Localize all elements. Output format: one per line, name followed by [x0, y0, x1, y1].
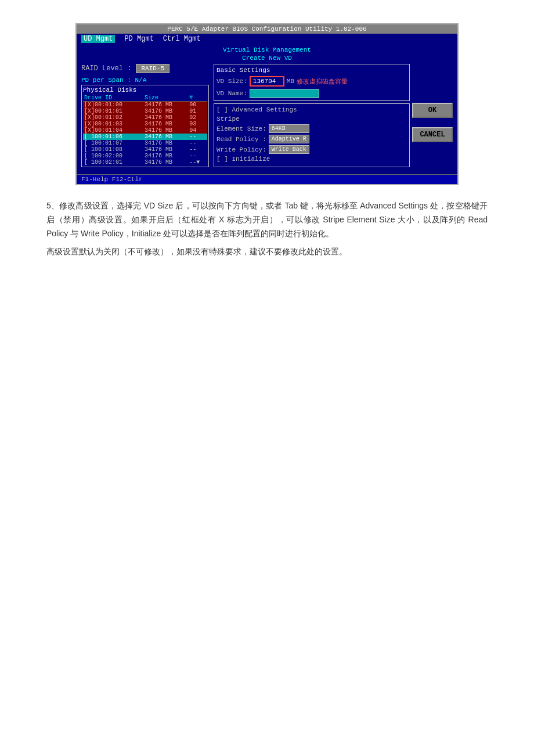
- menu-item-ctrl-mgmt[interactable]: Ctrl Mgmt: [163, 35, 201, 43]
- vd-size-label: VD Size:: [217, 78, 247, 85]
- col-size: Size: [143, 95, 188, 102]
- drive-num: --: [188, 153, 207, 159]
- drive-size: 34176 MB: [143, 159, 188, 165]
- bios-screenshot: PERC 5/E Adapter BIOS Configuration Util…: [75, 23, 459, 185]
- drive-num: --▼: [188, 159, 207, 165]
- read-policy-label: Read Policy :: [217, 136, 266, 143]
- drive-id: [ 100:01:06: [83, 134, 143, 140]
- description-paragraph-1: 5、修改高级设置，选择完 VD Size 后，可以按向下方向键，或者 Tab 键…: [46, 199, 488, 240]
- drive-id: [ 100:01:07: [83, 140, 143, 146]
- bios-screen: PERC 5/E Adapter BIOS Configuration Util…: [77, 24, 457, 184]
- table-row[interactable]: [X]00:01:02 34176 MB 02: [83, 114, 207, 121]
- drive-id: [X]00:01:04: [83, 127, 143, 134]
- advanced-settings-box: [ ] Advanced Settings Stripe Element Siz…: [214, 103, 410, 167]
- table-row[interactable]: [X]00:01:00 34176 MB 00: [83, 102, 207, 109]
- right-panel-inner: Basic Settings VD Size: 136704 MB 修改虚拟磁盘…: [214, 64, 453, 170]
- buttons-column: OK CANCEL: [412, 64, 453, 170]
- drive-id: [ 100:01:08: [83, 146, 143, 153]
- vd-name-input[interactable]: [250, 89, 319, 98]
- col-drive-id: Drive ID: [83, 95, 143, 102]
- bios-left-panel: RAID Level : RAID-5 PD per Span : N/A Ph…: [81, 64, 209, 170]
- drive-size: 34176 MB: [143, 146, 188, 153]
- footer-text: F1-Help F12-Ctlr: [81, 176, 143, 183]
- description-text: 5、修改高级设置，选择完 VD Size 后，可以按向下方向键，或者 Tab 键…: [46, 199, 488, 259]
- vd-size-row: VD Size: 136704 MB 修改虚拟磁盘容量: [217, 76, 407, 87]
- drive-num: 00: [188, 102, 207, 109]
- table-row[interactable]: [X]00:01:01 34176 MB 01: [83, 108, 207, 114]
- bios-main-area: RAID Level : RAID-5 PD per Span : N/A Ph…: [81, 64, 453, 170]
- drive-num: --: [188, 146, 207, 153]
- panel-title: Virtual Disk Management: [81, 46, 453, 53]
- table-row[interactable]: [ 100:02:00 34176 MB --: [83, 153, 207, 159]
- bios-footer: F1-Help F12-Ctlr: [77, 174, 457, 184]
- write-policy-row: Write Policy: Write Back: [217, 145, 407, 154]
- table-row[interactable]: [ 100:02:01 34176 MB --▼: [83, 159, 207, 165]
- right-settings: Basic Settings VD Size: 136704 MB 修改虚拟磁盘…: [214, 64, 410, 170]
- description-paragraph-2: 高级设置默认为关闭（不可修改），如果没有特殊要求，建议不要修改此处的设置。: [46, 245, 488, 259]
- drive-id: [X]00:01:00: [83, 102, 143, 109]
- table-row[interactable]: [ 100:01:07 34176 MB --: [83, 140, 207, 146]
- vd-size-unit: MB: [287, 78, 294, 85]
- drive-id: [X]00:01:02: [83, 114, 143, 121]
- basic-settings-title: Basic Settings: [217, 67, 407, 74]
- pd-span-row: PD per Span : N/A: [81, 77, 209, 84]
- vd-size-annotation: 修改虚拟磁盘容量: [297, 77, 348, 86]
- drive-num: 04: [188, 127, 207, 134]
- drive-size: 34176 MB: [143, 108, 188, 114]
- drive-id: [X]00:01:01: [83, 108, 143, 114]
- bios-menu-bar: UD Mgmt PD Mgmt Ctrl Mgmt: [77, 34, 457, 44]
- drive-size: 34176 MB: [143, 140, 188, 146]
- pd-span-value: N/A: [135, 77, 146, 84]
- table-row[interactable]: [X]00:01:03 34176 MB 03: [83, 121, 207, 127]
- read-policy-row: Read Policy : Adaptive R: [217, 135, 407, 143]
- table-row[interactable]: [X]00:01:04 34176 MB 04: [83, 127, 207, 134]
- table-row[interactable]: [ 100:01:06 34176 MB --: [83, 134, 207, 140]
- drive-num: 01: [188, 108, 207, 114]
- raid-level-value: RAID-5: [136, 64, 169, 73]
- drive-size: 34176 MB: [143, 153, 188, 159]
- drive-id: [ 100:02:00: [83, 153, 143, 159]
- ok-button[interactable]: OK: [412, 103, 453, 118]
- menu-item-ud-mgmt[interactable]: UD Mgmt: [81, 35, 115, 43]
- pd-span-label: PD per Span :: [81, 77, 131, 84]
- vd-name-row: VD Name:: [217, 89, 407, 98]
- element-size-value[interactable]: 64KB: [269, 124, 309, 133]
- element-size-label: Element Size:: [217, 125, 266, 132]
- drive-num: --: [188, 140, 207, 146]
- drive-id: [ 100:02:01: [83, 159, 143, 165]
- drive-num: 02: [188, 114, 207, 121]
- sub-title: Create New VD: [81, 55, 453, 62]
- initialize-row: [ ] Initialize: [217, 156, 407, 163]
- bios-title: PERC 5/E Adapter BIOS Configuration Util…: [167, 26, 366, 33]
- write-policy-label: Write Policy:: [217, 146, 266, 153]
- disk-table: Drive ID Size # [X]00:01:00 34176 MB 00: [83, 95, 207, 165]
- drive-id: [X]00:01:03: [83, 121, 143, 127]
- element-size-row: Element Size: 64KB: [217, 124, 407, 133]
- cancel-button[interactable]: CANCEL: [412, 127, 453, 142]
- col-num: #: [188, 95, 207, 102]
- physical-disks-box: Physical Disks Drive ID Size #: [81, 85, 209, 167]
- initialize-label[interactable]: [ ] Initialize: [217, 156, 270, 163]
- vd-name-label: VD Name:: [217, 90, 247, 97]
- drive-size: 34176 MB: [143, 102, 188, 109]
- advanced-settings-title: [ ] Advanced Settings: [217, 106, 407, 113]
- stripe-label: Stripe: [217, 116, 240, 123]
- basic-settings-box: Basic Settings VD Size: 136704 MB 修改虚拟磁盘…: [214, 64, 410, 101]
- drive-num: --: [188, 134, 207, 140]
- bios-title-bar: PERC 5/E Adapter BIOS Configuration Util…: [77, 24, 457, 34]
- bios-right-panel: Basic Settings VD Size: 136704 MB 修改虚拟磁盘…: [214, 64, 453, 170]
- read-policy-value[interactable]: Adaptive R: [269, 135, 309, 143]
- bios-content: Virtual Disk Management Create New VD RA…: [77, 44, 457, 174]
- drive-size: 34176 MB: [143, 114, 188, 121]
- menu-item-pd-mgmt[interactable]: PD Mgmt: [124, 35, 153, 43]
- physical-disks-title: Physical Disks: [83, 87, 207, 93]
- raid-level-row: RAID Level : RAID-5: [81, 64, 209, 73]
- vd-size-input[interactable]: 136704: [250, 76, 284, 87]
- table-row[interactable]: [ 100:01:08 34176 MB --: [83, 146, 207, 153]
- drive-size: 34176 MB: [143, 121, 188, 127]
- drive-size: 34176 MB: [143, 134, 188, 140]
- drive-num: 03: [188, 121, 207, 127]
- write-policy-value[interactable]: Write Back: [269, 145, 309, 154]
- drive-size: 34176 MB: [143, 127, 188, 134]
- raid-level-label: RAID Level :: [81, 64, 131, 73]
